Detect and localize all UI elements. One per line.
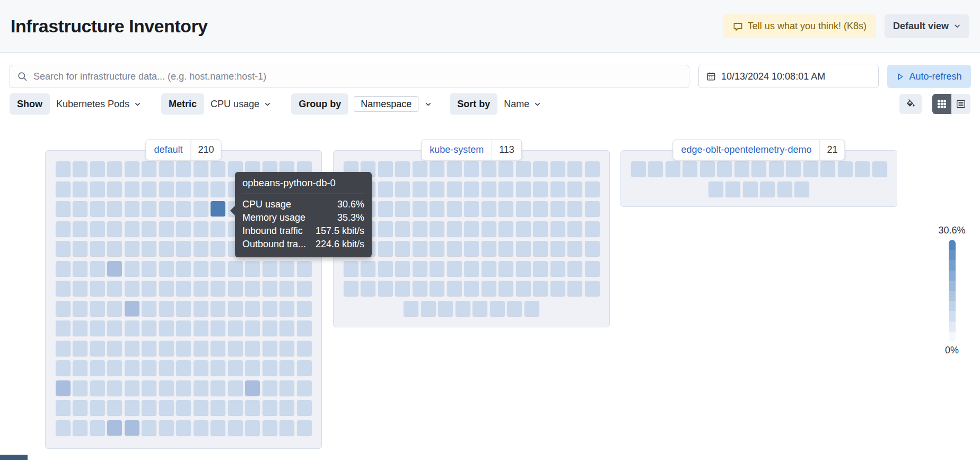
pod-cell[interactable] bbox=[533, 281, 548, 296]
pod-cell[interactable] bbox=[125, 301, 139, 316]
pod-cell[interactable] bbox=[211, 261, 225, 276]
pod-cell[interactable] bbox=[803, 161, 818, 177]
pod-cell[interactable] bbox=[297, 341, 312, 356]
sort-by-dropdown[interactable]: Name bbox=[497, 93, 547, 115]
pod-cell[interactable] bbox=[125, 281, 139, 296]
pod-cell[interactable] bbox=[262, 420, 277, 436]
pod-cell[interactable] bbox=[176, 320, 191, 336]
pod-cell[interactable] bbox=[211, 380, 225, 396]
pod-cell[interactable] bbox=[395, 161, 410, 177]
pod-cell[interactable] bbox=[159, 261, 174, 276]
pod-cell[interactable] bbox=[567, 201, 582, 216]
pod-cell[interactable] bbox=[107, 181, 122, 197]
pod-cell[interactable] bbox=[262, 360, 277, 376]
pod-cell[interactable] bbox=[90, 400, 105, 415]
pod-cell[interactable] bbox=[56, 341, 71, 356]
pod-cell[interactable] bbox=[90, 181, 105, 197]
pod-cell[interactable] bbox=[176, 201, 191, 216]
pod-cell[interactable] bbox=[90, 201, 105, 216]
pod-cell[interactable] bbox=[125, 221, 139, 237]
pod-cell[interactable] bbox=[125, 420, 139, 436]
pod-cell[interactable] bbox=[142, 281, 156, 296]
pod-cell[interactable] bbox=[211, 161, 225, 177]
pod-cell[interactable] bbox=[567, 161, 582, 177]
pod-cell[interactable] bbox=[228, 281, 243, 296]
pod-cell[interactable] bbox=[176, 400, 191, 415]
pod-cell[interactable] bbox=[90, 380, 105, 396]
pod-cell[interactable] bbox=[125, 320, 139, 336]
pod-cell[interactable] bbox=[482, 241, 496, 256]
pod-cell[interactable] bbox=[211, 420, 225, 436]
pod-cell[interactable] bbox=[194, 380, 208, 396]
pod-cell[interactable] bbox=[228, 420, 243, 436]
pod-cell[interactable] bbox=[447, 201, 462, 216]
pod-cell[interactable] bbox=[159, 380, 174, 396]
pod-cell[interactable] bbox=[194, 360, 208, 376]
pod-cell[interactable] bbox=[725, 181, 740, 197]
pod-cell[interactable] bbox=[430, 181, 444, 197]
pod-cell[interactable] bbox=[125, 241, 139, 256]
pod-cell[interactable] bbox=[228, 400, 243, 415]
pod-cell[interactable] bbox=[447, 181, 462, 197]
pod-cell[interactable] bbox=[430, 261, 444, 276]
pod-cell[interactable] bbox=[262, 301, 277, 316]
pod-cell[interactable] bbox=[90, 341, 105, 356]
pod-cell[interactable] bbox=[107, 400, 122, 415]
pod-cell[interactable] bbox=[297, 380, 312, 396]
pod-cell[interactable] bbox=[447, 161, 462, 177]
pod-cell[interactable] bbox=[159, 181, 174, 197]
pod-cell[interactable] bbox=[413, 281, 427, 296]
pod-cell[interactable] bbox=[507, 301, 522, 316]
pod-cell[interactable] bbox=[482, 181, 496, 197]
pod-cell[interactable] bbox=[73, 301, 88, 316]
pod-cell[interactable] bbox=[194, 281, 208, 296]
pod-cell[interactable] bbox=[107, 161, 122, 177]
pod-cell[interactable] bbox=[176, 281, 191, 296]
pod-cell[interactable] bbox=[550, 201, 565, 216]
pod-cell[interactable] bbox=[194, 400, 208, 415]
pod-cell[interactable] bbox=[159, 161, 174, 177]
pod-cell-selected[interactable] bbox=[211, 201, 225, 216]
pod-cell[interactable] bbox=[176, 301, 191, 316]
pod-cell[interactable] bbox=[700, 161, 715, 177]
pod-cell[interactable] bbox=[211, 281, 225, 296]
pod-cell[interactable] bbox=[142, 181, 156, 197]
pod-cell[interactable] bbox=[159, 201, 174, 216]
pod-cell[interactable] bbox=[413, 241, 427, 256]
pod-cell[interactable] bbox=[743, 181, 758, 197]
pod-cell[interactable] bbox=[498, 221, 513, 237]
pod-cell[interactable] bbox=[430, 221, 444, 237]
pod-cell[interactable] bbox=[176, 181, 191, 197]
pod-cell[interactable] bbox=[533, 241, 548, 256]
pod-cell[interactable] bbox=[262, 380, 277, 396]
pod-cell[interactable] bbox=[378, 181, 393, 197]
pod-cell[interactable] bbox=[262, 320, 277, 336]
pod-cell[interactable] bbox=[245, 301, 260, 316]
pod-cell[interactable] bbox=[447, 261, 462, 276]
pod-cell[interactable] bbox=[56, 301, 71, 316]
pod-cell[interactable] bbox=[820, 161, 835, 177]
pod-cell[interactable] bbox=[482, 201, 496, 216]
group-name-link[interactable]: kube-system bbox=[422, 140, 492, 160]
group-name-link[interactable]: edge-oblt-opentelemetry-demo bbox=[673, 140, 819, 160]
pod-cell[interactable] bbox=[176, 261, 191, 276]
pod-cell[interactable] bbox=[533, 221, 548, 237]
feedback-button[interactable]: Tell us what you think! (K8s) bbox=[723, 14, 876, 38]
pod-cell[interactable] bbox=[142, 420, 156, 436]
pod-cell[interactable] bbox=[56, 320, 71, 336]
pod-cell[interactable] bbox=[395, 201, 410, 216]
pod-cell[interactable] bbox=[211, 400, 225, 415]
pod-cell[interactable] bbox=[142, 241, 156, 256]
pod-cell[interactable] bbox=[262, 400, 277, 415]
pod-cell[interactable] bbox=[413, 161, 427, 177]
pod-cell[interactable] bbox=[107, 281, 122, 296]
pod-cell[interactable] bbox=[567, 281, 582, 296]
pod-cell[interactable] bbox=[550, 261, 565, 276]
pod-cell[interactable] bbox=[378, 261, 393, 276]
pod-cell[interactable] bbox=[245, 400, 260, 415]
pod-cell[interactable] bbox=[794, 181, 809, 197]
pod-cell[interactable] bbox=[176, 360, 191, 376]
pod-cell[interactable] bbox=[279, 400, 294, 415]
pod-cell[interactable] bbox=[279, 261, 294, 276]
show-dropdown[interactable]: Kubernetes Pods bbox=[50, 93, 147, 115]
